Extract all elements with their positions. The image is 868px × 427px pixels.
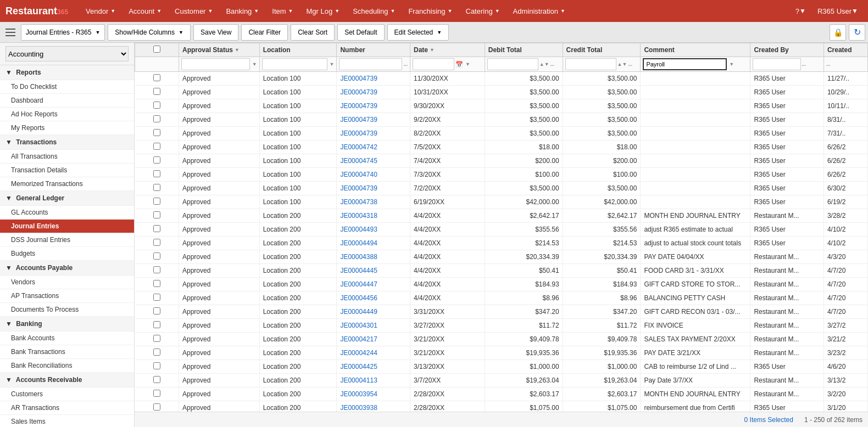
row-number-link[interactable]: JE00004745 <box>340 157 377 165</box>
row-checkbox[interactable] <box>153 252 160 260</box>
row-checkbox[interactable] <box>153 143 160 150</box>
row-number-link[interactable]: JE00004740 <box>340 171 377 178</box>
row-checkbox[interactable] <box>153 294 160 301</box>
reports-toggle[interactable]: ▼ <box>5 69 12 76</box>
row-number-link[interactable]: JE00004494 <box>340 239 377 247</box>
sidebar-item-vendors[interactable]: Vendors <box>0 276 134 289</box>
refresh-icon[interactable]: ↻ <box>849 24 865 41</box>
nav-scheduling[interactable]: Scheduling ▼ <box>346 0 402 22</box>
row-checkbox[interactable] <box>153 362 160 369</box>
debit-filter-input[interactable] <box>487 58 538 70</box>
row-checkbox[interactable] <box>153 239 160 246</box>
created-by-filter-input[interactable] <box>753 58 800 70</box>
sidebar-item-ap-transactions[interactable]: AP Transactions <box>0 289 134 303</box>
sidebar-item-my-reports[interactable]: My Reports <box>0 121 134 135</box>
row-number-link[interactable]: JE00003954 <box>340 390 377 398</box>
nav-account[interactable]: Account ▼ <box>122 0 168 22</box>
clear-filter-button[interactable]: Clear Filter <box>241 24 288 41</box>
comment-filter-input[interactable] <box>643 58 727 70</box>
row-checkbox[interactable] <box>153 102 160 109</box>
row-number-link[interactable]: JE00004388 <box>340 253 377 261</box>
row-number-link[interactable]: JE00004301 <box>340 322 377 329</box>
sidebar-item-memorized-transactions[interactable]: Memorized Transactions <box>0 177 134 191</box>
sidebar-item-to-do-checklist[interactable]: To Do Checklist <box>0 80 134 94</box>
sidebar-item-journal-entries[interactable]: Journal Entries <box>0 220 134 233</box>
row-number-link[interactable]: JE00004425 <box>340 363 377 370</box>
credit-resize[interactable] <box>638 43 640 57</box>
debit-resize[interactable] <box>560 43 563 57</box>
banking-toggle[interactable]: ▼ <box>5 320 12 328</box>
row-checkbox[interactable] <box>153 376 160 383</box>
row-checkbox[interactable] <box>153 349 160 356</box>
nav-vendor[interactable]: Vendor ▼ <box>79 0 122 22</box>
row-checkbox[interactable] <box>153 170 160 177</box>
row-checkbox[interactable] <box>153 403 160 411</box>
sidebar-section-general-ledger[interactable]: ▼ General Ledger <box>0 191 134 206</box>
view-dropdown[interactable]: Journal Entries - R365 ▼ <box>21 24 105 41</box>
sidebar-item-ad-hoc-reports[interactable]: Ad Hoc Reports <box>0 108 134 121</box>
row-number-link[interactable]: JE00004447 <box>340 280 377 288</box>
sidebar-section-banking[interactable]: ▼ Banking <box>0 317 134 332</box>
row-checkbox[interactable] <box>153 266 160 273</box>
created-by-resize[interactable] <box>821 43 824 57</box>
row-checkbox[interactable] <box>153 115 160 122</box>
nav-franchising[interactable]: Franchising ▼ <box>402 0 459 22</box>
show-hide-columns-button[interactable]: Show/Hide Columns ▼ <box>108 24 191 41</box>
select-all-checkbox[interactable] <box>153 46 160 53</box>
row-checkbox[interactable] <box>153 390 160 397</box>
row-checkbox[interactable] <box>153 321 160 328</box>
sidebar-item-customers[interactable]: Customers <box>0 387 134 401</box>
row-checkbox[interactable] <box>153 74 160 81</box>
sidebar-module-select[interactable]: Accounting <box>5 46 129 61</box>
row-checkbox[interactable] <box>153 335 160 342</box>
sidebar-item-sales-items[interactable]: Sales Items <box>0 415 134 427</box>
user-menu[interactable]: R365 User ▼ <box>813 0 863 22</box>
row-number-link[interactable]: JE00004449 <box>340 308 377 316</box>
nav-banking[interactable]: Banking ▼ <box>219 0 265 22</box>
row-number-link[interactable]: JE00003938 <box>340 404 377 412</box>
row-checkbox[interactable] <box>153 129 160 136</box>
location-filter-input[interactable] <box>262 58 327 70</box>
nav-administration[interactable]: Administration ▼ <box>507 0 572 22</box>
row-checkbox[interactable] <box>153 156 160 164</box>
row-number-link[interactable]: JE00004739 <box>340 88 377 96</box>
date-filter-icon[interactable]: ▼ <box>465 61 470 67</box>
sidebar-section-transactions[interactable]: ▼ Transactions <box>0 135 134 150</box>
row-number-link[interactable]: JE00004742 <box>340 143 377 151</box>
approval-status-filter-input[interactable] <box>181 58 250 70</box>
sidebar-item-dashboard[interactable]: Dashboard <box>0 94 134 108</box>
row-checkbox[interactable] <box>153 307 160 314</box>
row-number-link[interactable]: JE00004318 <box>340 212 377 220</box>
comment-filter-icon[interactable]: ▼ <box>729 61 734 67</box>
transactions-toggle[interactable]: ▼ <box>5 138 12 146</box>
sidebar-item-bank-accounts[interactable]: Bank Accounts <box>0 332 134 345</box>
general-ledger-toggle[interactable]: ▼ <box>5 194 12 202</box>
help-button[interactable]: ? ▼ <box>791 0 810 22</box>
credit-stepper[interactable]: ▲▼ <box>617 61 627 67</box>
sidebar-item-dss-journal-entries[interactable]: DSS Journal Entries <box>0 233 134 247</box>
edit-selected-button[interactable]: Edit Selected ▼ <box>387 24 449 41</box>
location-resize[interactable] <box>334 43 336 57</box>
date-sort-icon[interactable]: ▼ <box>430 47 435 53</box>
date-calendar-icon[interactable]: 📅 <box>455 61 463 68</box>
row-number-link[interactable]: JE00004739 <box>340 116 377 123</box>
row-checkbox[interactable] <box>153 184 160 191</box>
row-number-link[interactable]: JE00004493 <box>340 226 377 233</box>
lock-icon[interactable]: 🔒 <box>830 24 846 41</box>
accounts-receivable-toggle[interactable]: ▼ <box>5 376 12 384</box>
nav-mgr-log[interactable]: Mgr Log ▼ <box>300 0 347 22</box>
row-number-link[interactable]: JE00004739 <box>340 102 377 110</box>
location-filter-icon[interactable]: ▼ <box>330 61 335 67</box>
set-default-button[interactable]: Set Default <box>337 24 384 41</box>
number-resize[interactable] <box>408 43 410 57</box>
created-resize[interactable] <box>865 43 867 57</box>
sidebar-item-gl-accounts[interactable]: GL Accounts <box>0 206 134 220</box>
clear-sort-button[interactable]: Clear Sort <box>291 24 335 41</box>
row-number-link[interactable]: JE00004739 <box>340 184 377 192</box>
row-checkbox[interactable] <box>153 198 160 205</box>
date-resize[interactable] <box>482 43 485 57</box>
sidebar-item-ar-transactions[interactable]: AR Transactions <box>0 401 134 415</box>
nav-item[interactable]: Item ▼ <box>265 0 299 22</box>
row-number-link[interactable]: JE00004217 <box>340 335 377 343</box>
row-checkbox[interactable] <box>153 280 160 287</box>
